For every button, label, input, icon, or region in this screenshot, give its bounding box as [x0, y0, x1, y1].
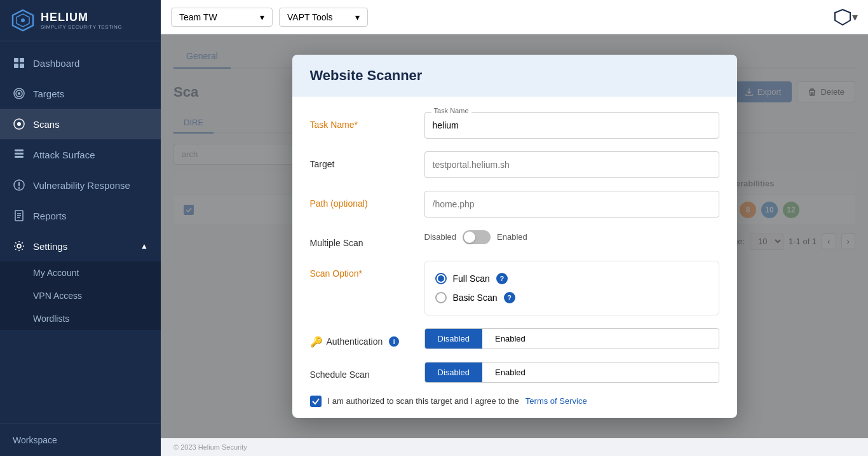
authentication-row: 🔑 Authentication i Disabled Enabled — [310, 328, 719, 349]
svg-rect-4 — [20, 58, 24, 62]
tos-row: I am authorized to scan this target and … — [310, 396, 719, 407]
basic-scan-option[interactable]: Basic Scan ? — [435, 288, 709, 307]
path-input[interactable] — [424, 191, 719, 218]
task-name-floating-label: Task Name — [431, 107, 471, 114]
svg-rect-14 — [15, 149, 24, 151]
task-name-wrapper: Task Name — [424, 112, 719, 139]
sidebar-item-reports[interactable]: Reports — [0, 200, 161, 231]
helium-logo-icon — [11, 9, 34, 32]
settings-icon — [13, 240, 25, 252]
sidebar-item-settings-label: Settings — [33, 241, 133, 252]
tos-checkbox[interactable] — [310, 396, 322, 407]
team-dropdown[interactable]: Team TW ▾ — [171, 8, 273, 27]
content-area: General Sca Stop Export Delete — [161, 34, 868, 438]
svg-rect-6 — [20, 64, 24, 68]
topbar: Team TW ▾ VAPT Tools ▾ ▾ — [161, 0, 868, 34]
target-row: Target — [310, 151, 719, 178]
settings-chevron-icon: ▲ — [140, 242, 148, 251]
sidebar-item-settings[interactable]: Settings ▲ — [0, 231, 161, 261]
sidebar-item-my-account[interactable]: My Account — [0, 261, 161, 284]
sidebar-item-vulnerability-response[interactable]: Vulnerability Response — [0, 170, 161, 200]
reports-icon — [13, 209, 25, 222]
schedule-scan-label: Schedule Scan — [310, 362, 412, 380]
authentication-info-icon[interactable]: i — [389, 336, 399, 347]
shield-icon — [833, 8, 852, 27]
full-scan-radio[interactable] — [435, 273, 447, 284]
multiple-scan-field: Disabled Enabled — [424, 230, 719, 244]
tos-link[interactable]: Terms of Service — [526, 396, 587, 406]
sidebar-item-attack-surface[interactable]: Attack Surface — [0, 139, 161, 170]
multiple-scan-toggle[interactable] — [463, 230, 491, 244]
auth-enabled-btn[interactable]: Enabled — [482, 329, 538, 349]
scan-option-field: Full Scan ? Basic Scan ? — [424, 261, 719, 315]
workspace-section[interactable]: Workspace — [0, 424, 161, 456]
sidebar-item-scans[interactable]: Scans — [0, 109, 161, 139]
dashboard-icon — [13, 57, 25, 69]
sidebar-item-wordlists[interactable]: Wordlists — [0, 307, 161, 330]
basic-scan-radio[interactable] — [435, 292, 447, 303]
task-name-field: Task Name — [424, 112, 719, 139]
tos-text: I am authorized to scan this target and … — [328, 396, 519, 406]
sidebar-item-vulnerability-label: Vulnerability Response — [33, 180, 148, 191]
toggle-row: Disabled Enabled — [424, 230, 719, 244]
team-dropdown-label: Team TW — [179, 12, 217, 22]
sidebar-item-targets-label: Targets — [33, 88, 148, 99]
task-name-label: Task Name* — [310, 112, 412, 130]
topbar-right: ▾ — [833, 8, 858, 27]
multiple-scan-row: Multiple Scan Disabled Enabled — [310, 230, 719, 248]
full-scan-label: Full Scan — [453, 273, 490, 284]
footer: © 2023 Helium Security — [161, 438, 868, 456]
authentication-field: Disabled Enabled — [424, 328, 719, 349]
schedule-disabled-btn[interactable]: Disabled — [425, 363, 483, 382]
logo-name: HELIUM — [41, 11, 122, 24]
scan-option-radio-group: Full Scan ? Basic Scan ? — [424, 261, 719, 315]
svg-rect-12 — [15, 153, 24, 155]
path-label: Path (optional) — [310, 191, 412, 209]
settings-submenu: My Account VPN Access Wordlists — [0, 261, 161, 330]
sidebar-item-vpn-access[interactable]: VPN Access — [0, 284, 161, 307]
team-dropdown-chevron: ▾ — [260, 12, 264, 22]
toggle-enabled-label: Enabled — [497, 232, 527, 242]
basic-scan-help-icon[interactable]: ? — [504, 292, 515, 303]
key-icon: 🔑 — [310, 336, 323, 348]
vapt-dropdown[interactable]: VAPT Tools ▾ — [279, 8, 368, 27]
target-input[interactable] — [424, 151, 719, 178]
schedule-enabled-btn[interactable]: Enabled — [482, 363, 538, 382]
toggle-thumb — [464, 231, 475, 243]
authentication-toggle-group: Disabled Enabled — [424, 328, 719, 349]
path-row: Path (optional) — [310, 191, 719, 218]
sidebar-item-dashboard-label: Dashboard — [33, 58, 148, 69]
sidebar-item-targets[interactable]: Targets — [0, 78, 161, 109]
modal-body: Task Name* Task Name Target — [292, 97, 737, 418]
target-field — [424, 151, 719, 178]
basic-scan-label: Basic Scan — [453, 293, 498, 303]
sidebar-nav: Dashboard Targets Scans Attack Surface — [0, 41, 161, 424]
schedule-scan-field: Disabled Enabled — [424, 362, 719, 383]
scan-option-label: Scan Option* — [310, 261, 412, 279]
vapt-dropdown-label: VAPT Tools — [287, 12, 333, 22]
logo-tagline: SIMPLIFY SECURITY TESTING — [41, 24, 122, 30]
auth-disabled-btn[interactable]: Disabled — [425, 329, 483, 349]
task-name-input[interactable] — [425, 113, 719, 138]
workspace-label: Workspace — [13, 435, 57, 445]
multiple-scan-label: Multiple Scan — [310, 230, 412, 248]
scan-option-row: Scan Option* Full Scan ? — [310, 261, 719, 315]
sidebar-item-reports-label: Reports — [33, 211, 148, 221]
vulnerability-icon — [13, 179, 25, 191]
sidebar-item-dashboard[interactable]: Dashboard — [0, 48, 161, 78]
target-label: Target — [310, 151, 412, 169]
user-menu-chevron[interactable]: ▾ — [852, 10, 858, 24]
main-content: Team TW ▾ VAPT Tools ▾ ▾ General — [161, 0, 868, 456]
svg-point-11 — [17, 122, 21, 126]
svg-rect-13 — [15, 156, 24, 158]
svg-point-2 — [21, 18, 25, 22]
modal-title: Website Scanner — [310, 67, 719, 84]
path-field — [424, 191, 719, 218]
sidebar-item-attack-surface-label: Attack Surface — [33, 149, 148, 160]
modal-header: Website Scanner — [292, 55, 737, 97]
checkbox-checkmark-icon — [312, 398, 320, 404]
full-scan-option[interactable]: Full Scan ? — [435, 269, 709, 288]
sidebar: HELIUM SIMPLIFY SECURITY TESTING Dashboa… — [0, 0, 161, 456]
full-scan-help-icon[interactable]: ? — [496, 273, 508, 284]
website-scanner-modal: Website Scanner Task Name* Task Name — [292, 55, 737, 418]
